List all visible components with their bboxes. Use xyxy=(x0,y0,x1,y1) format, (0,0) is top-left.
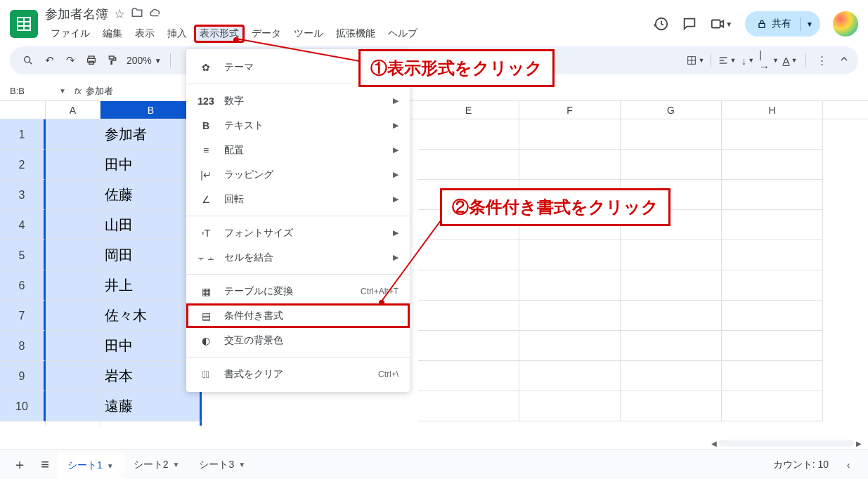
star-icon[interactable]: ☆ xyxy=(114,6,125,22)
cell[interactable] xyxy=(46,361,101,391)
menu-item-rotate[interactable]: ∠回転▶ xyxy=(186,187,410,211)
menu-item-text[interactable]: Bテキスト▶ xyxy=(186,113,410,138)
zoom-select[interactable]: 200%▼ xyxy=(124,55,164,66)
undo-icon[interactable]: ↶ xyxy=(39,51,59,70)
row-header[interactable]: 7 xyxy=(0,301,46,331)
menu-file[interactable]: ファイル xyxy=(45,25,96,43)
more-icon[interactable]: ⋮ xyxy=(812,51,831,70)
cell[interactable] xyxy=(722,301,823,331)
col-header-A[interactable]: A xyxy=(46,101,101,119)
sheet-tab-2[interactable]: シート2▼ xyxy=(124,452,190,478)
explore-collapse-icon[interactable]: ‹ xyxy=(836,452,861,478)
menu-item-clear-format[interactable]: Ｔ̸書式をクリアCtrl+\ xyxy=(186,362,410,386)
meet-icon[interactable]: ▼ xyxy=(710,16,732,32)
cell[interactable] xyxy=(519,270,621,301)
cell[interactable] xyxy=(46,270,101,301)
formula-bar[interactable]: 参加者 xyxy=(86,85,113,98)
cell[interactable] xyxy=(519,391,621,421)
row-header[interactable]: 2 xyxy=(0,150,46,180)
cell[interactable] xyxy=(722,240,823,270)
paint-format-icon[interactable] xyxy=(103,51,122,70)
cell[interactable]: 遠藤 xyxy=(101,391,202,421)
cell[interactable] xyxy=(621,150,722,180)
add-sheet-button[interactable]: ＋ xyxy=(7,452,32,478)
menu-item-convert-table[interactable]: ▦テーブルに変換Ctrl+Alt+T xyxy=(186,279,410,303)
sheet-tab-3[interactable]: シート3▼ xyxy=(189,452,255,478)
name-box[interactable]: B:B▼ xyxy=(10,86,66,96)
hscroll-indicator[interactable]: ◀▶ xyxy=(709,440,864,447)
doc-title[interactable]: 参加者名簿 xyxy=(45,6,108,22)
cell[interactable] xyxy=(722,180,823,210)
cell[interactable] xyxy=(722,150,823,180)
valign-icon[interactable]: ↓▼ xyxy=(738,51,758,70)
cell[interactable] xyxy=(621,361,722,391)
print-icon[interactable] xyxy=(82,51,101,70)
cloud-icon[interactable] xyxy=(149,6,162,22)
cell[interactable] xyxy=(46,150,101,180)
cell[interactable] xyxy=(722,119,823,150)
cell[interactable] xyxy=(519,150,621,180)
menu-item-merge[interactable]: ⫟⫠セルを結合▶ xyxy=(186,245,410,270)
menu-item-align[interactable]: ≡配置▶ xyxy=(186,138,410,162)
cell[interactable] xyxy=(722,270,823,301)
halign-icon[interactable]: ▼ xyxy=(717,51,737,70)
menu-view[interactable]: 表示 xyxy=(129,25,160,43)
col-header-G[interactable]: G xyxy=(621,101,722,119)
cell[interactable] xyxy=(519,240,621,270)
cell[interactable] xyxy=(722,210,823,240)
cell[interactable] xyxy=(46,391,101,421)
move-icon[interactable] xyxy=(131,6,143,22)
row-header[interactable]: 1 xyxy=(0,119,46,150)
all-sheets-button[interactable]: ≡ xyxy=(32,452,58,478)
wrap-icon[interactable]: |→▼ xyxy=(759,51,779,70)
cell[interactable] xyxy=(418,361,519,391)
cell[interactable] xyxy=(621,391,722,421)
cell[interactable] xyxy=(621,240,722,270)
cell[interactable] xyxy=(418,119,519,150)
avatar[interactable] xyxy=(833,11,858,37)
menu-edit[interactable]: 編集 xyxy=(97,25,128,43)
cell[interactable] xyxy=(418,391,519,421)
row-header[interactable]: 5 xyxy=(0,240,46,270)
cell[interactable] xyxy=(519,119,621,150)
menu-item-alt-colors[interactable]: ◐交互の背景色 xyxy=(186,328,410,353)
select-all-corner[interactable] xyxy=(0,101,46,119)
col-header-H[interactable]: H xyxy=(722,101,823,119)
cell[interactable] xyxy=(621,119,722,150)
comment-icon[interactable] xyxy=(682,16,697,32)
cell[interactable] xyxy=(519,331,621,361)
history-icon[interactable] xyxy=(654,16,669,32)
menu-help[interactable]: ヘルプ xyxy=(382,25,423,43)
cell[interactable] xyxy=(46,331,101,361)
row-header[interactable]: 10 xyxy=(0,391,46,421)
share-button[interactable]: 共有 ▼ xyxy=(745,11,820,37)
cell[interactable] xyxy=(621,270,722,301)
menu-item-fontsize[interactable]: тTフォントサイズ▶ xyxy=(186,221,410,245)
rotate-text-icon[interactable]: A▼ xyxy=(780,51,800,70)
row-header[interactable]: 6 xyxy=(0,270,46,301)
cell[interactable] xyxy=(621,301,722,331)
cell[interactable] xyxy=(722,331,823,361)
cell[interactable] xyxy=(418,331,519,361)
row-header[interactable]: 4 xyxy=(0,210,46,240)
row-header[interactable]: 9 xyxy=(0,361,46,391)
cell[interactable] xyxy=(418,150,519,180)
cell[interactable] xyxy=(101,421,202,426)
redo-icon[interactable]: ↷ xyxy=(60,51,80,70)
row-header[interactable]: 8 xyxy=(0,331,46,361)
menu-item-number[interactable]: 123数字▶ xyxy=(186,88,410,113)
cell[interactable] xyxy=(46,119,101,150)
cell[interactable] xyxy=(46,421,101,426)
cell[interactable] xyxy=(46,301,101,331)
menu-item-conditional-format[interactable]: ▤条件付き書式 xyxy=(186,303,410,328)
row-header[interactable]: 3 xyxy=(0,180,46,210)
col-header-E[interactable]: E xyxy=(418,101,519,119)
cell[interactable] xyxy=(46,180,101,210)
cell[interactable] xyxy=(46,210,101,240)
cell[interactable] xyxy=(722,361,823,391)
cell[interactable] xyxy=(519,301,621,331)
menu-insert[interactable]: 挿入 xyxy=(162,25,193,43)
sheet-tab-1[interactable]: シート1▼ xyxy=(58,452,124,478)
cell[interactable] xyxy=(46,240,101,270)
search-icon[interactable] xyxy=(18,51,38,70)
